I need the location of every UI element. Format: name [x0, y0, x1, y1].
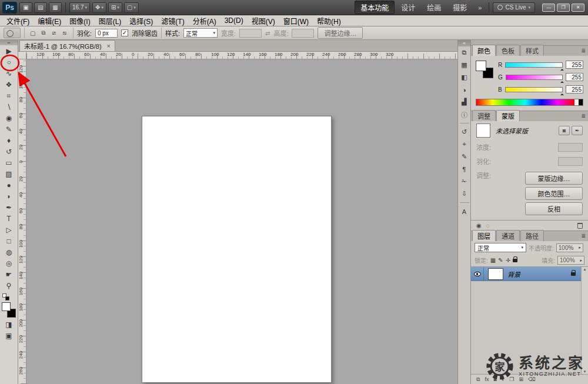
screen-mode-icon[interactable]: ▢▾	[124, 2, 139, 13]
menu-item[interactable]: 图层(L)	[95, 15, 126, 26]
workspace-button[interactable]: 摄影	[447, 1, 472, 14]
blue-value[interactable]: 255	[566, 85, 583, 94]
measure-icon[interactable]: ⇩	[459, 189, 470, 199]
new-layer-icon[interactable]: ⊞	[519, 376, 523, 382]
opacity-input[interactable]: 100% ▸	[556, 243, 583, 252]
canvas-area[interactable]	[26, 59, 457, 384]
lock-pixels-icon[interactable]: ✎	[498, 257, 503, 263]
crop-tool[interactable]: ⌗	[1, 90, 16, 101]
character-icon[interactable]: ✎	[459, 152, 470, 162]
green-slider[interactable]	[506, 75, 563, 80]
menu-item[interactable]: 文件(F)	[2, 15, 34, 26]
menu-item[interactable]: 视图(V)	[248, 15, 279, 26]
red-value[interactable]: 255	[566, 61, 583, 69]
color-range-button[interactable]: 颜色范围…	[525, 187, 583, 200]
mini-bridge-icon[interactable]: ▤	[34, 2, 47, 13]
swatches-icon[interactable]: ▦	[459, 60, 470, 70]
fill-input[interactable]: 100% ▸	[557, 256, 584, 265]
workspace-button[interactable]: 绘画	[422, 1, 446, 14]
type-tool[interactable]: T	[1, 213, 16, 224]
eraser-tool[interactable]: ▭	[1, 157, 16, 168]
navigator-icon[interactable]: ⌖	[459, 139, 470, 149]
menu-item[interactable]: 编辑(E)	[34, 15, 65, 26]
delete-mask-icon[interactable]	[577, 223, 583, 229]
red-slider[interactable]	[505, 62, 563, 68]
lock-all-icon[interactable]	[513, 259, 517, 262]
layer-name[interactable]: 背景	[507, 269, 571, 279]
quick-mask-icon[interactable]: ◨	[1, 319, 16, 330]
lasso-tool[interactable]: ∿	[1, 68, 16, 79]
close-tab-icon[interactable]: ×	[107, 42, 111, 49]
refine-edge-button[interactable]: 调整边缘…	[318, 27, 363, 39]
document-tab[interactable]: 未标题-1 @ 16.7%(RGB/8) ×	[19, 40, 115, 51]
workspace-overflow-button[interactable]: »	[475, 4, 485, 11]
brush-tool[interactable]: ✎	[1, 123, 16, 135]
panel-menu-icon[interactable]: ≣	[581, 48, 586, 54]
paragraph-icon[interactable]: ¶	[459, 164, 470, 174]
tab-swatches[interactable]: 色板	[496, 45, 520, 56]
intersect-selection-icon[interactable]: ⧅	[60, 28, 69, 38]
menu-item[interactable]: 选择(S)	[125, 15, 157, 26]
cs-live-button[interactable]: CS Live ▾	[493, 2, 535, 13]
menu-item[interactable]: 3D(D)	[220, 16, 248, 25]
zoom-level-control[interactable]: 16.7 ▾	[69, 2, 90, 13]
delete-layer-icon[interactable]: ⌫	[528, 376, 536, 382]
layer-thumbnail[interactable]	[488, 268, 503, 280]
dock-collapse-handle[interactable]: «	[458, 40, 470, 46]
menu-item[interactable]: 分析(A)	[189, 15, 220, 26]
disable-mask-icon[interactable]: ◌	[486, 222, 490, 229]
foreground-color-swatch[interactable]	[476, 61, 486, 71]
histogram-icon[interactable]: ▟	[459, 97, 470, 107]
add-vector-mask-icon[interactable]: ✒	[572, 126, 583, 135]
info-icon[interactable]: ⓘ	[459, 109, 470, 119]
gradient-tool[interactable]: ▨	[1, 168, 16, 179]
layer-row[interactable]: 背景	[471, 267, 581, 281]
close-button[interactable]: ✕	[572, 4, 584, 12]
green-value[interactable]: 255	[566, 73, 583, 81]
adjustments-icon[interactable]: ◑	[459, 85, 470, 95]
scroll-up-icon[interactable]: ▲	[583, 268, 587, 271]
default-colors-icon[interactable]	[2, 293, 9, 300]
tool-preset-picker[interactable]: ◯ ▾	[4, 28, 21, 38]
move-tool[interactable]: ▶	[1, 45, 16, 56]
blur-tool[interactable]: ●	[1, 179, 16, 191]
hand-rotate-icon[interactable]: ✥▾	[92, 2, 106, 13]
menu-item[interactable]: 图像(I)	[65, 15, 94, 26]
layers-scrollbar[interactable]: ▲ ▼	[581, 267, 588, 374]
adjustment-layer-icon[interactable]: ◐	[502, 376, 505, 382]
tab-styles[interactable]: 样式	[520, 45, 544, 56]
tab-paths[interactable]: 路径	[520, 230, 544, 241]
workspace-button[interactable]: 基本功能	[355, 1, 395, 14]
styles-icon[interactable]: ◧	[459, 72, 470, 82]
load-mask-selection-icon[interactable]: ◉	[476, 222, 482, 229]
add-mask-icon[interactable]: ◙	[493, 376, 496, 382]
foreground-color-swatch[interactable]	[2, 302, 11, 311]
clone-stamp-tool[interactable]: ♦	[1, 135, 16, 146]
history-brush-tool[interactable]: ↺	[1, 146, 16, 157]
style-select[interactable]: 正常 ▾	[183, 28, 218, 38]
link-layers-icon[interactable]: ⧉	[476, 376, 480, 383]
zoom-tool[interactable]: ⚲	[1, 280, 16, 291]
path-selection-tool[interactable]: ▷	[1, 224, 16, 235]
quick-selection-tool[interactable]: ❖	[1, 79, 16, 90]
new-selection-icon[interactable]: ▢	[28, 28, 38, 38]
invert-button[interactable]: 反相	[525, 202, 583, 215]
subtract-selection-icon[interactable]: ⧄	[49, 28, 59, 38]
tab-color[interactable]: 颜色	[472, 45, 496, 56]
workspace-button[interactable]: 设计	[396, 1, 420, 14]
clone-source-icon[interactable]: ⧉	[459, 48, 470, 58]
minimize-button[interactable]: —	[542, 4, 555, 12]
scroll-down-icon[interactable]: ▼	[583, 370, 587, 373]
spot-healing-brush-tool[interactable]: ◉	[1, 112, 16, 123]
add-selection-icon[interactable]: ⧉	[39, 28, 48, 38]
eyedropper-tool[interactable]: ∖	[1, 101, 16, 112]
panel-menu-icon[interactable]: ≣	[581, 113, 586, 119]
add-pixel-mask-icon[interactable]: ◙	[559, 126, 570, 135]
notes-icon[interactable]: ✁	[459, 176, 470, 186]
bridge-icon[interactable]: ▣	[19, 2, 32, 13]
shape-tool[interactable]: □	[1, 235, 16, 246]
arrange-documents-icon[interactable]: ⊞▾	[108, 2, 122, 13]
panel-menu-icon[interactable]: ≣	[581, 233, 586, 239]
feather-input[interactable]: 0 px	[95, 29, 118, 38]
lock-transparency-icon[interactable]: ▦	[490, 257, 496, 263]
